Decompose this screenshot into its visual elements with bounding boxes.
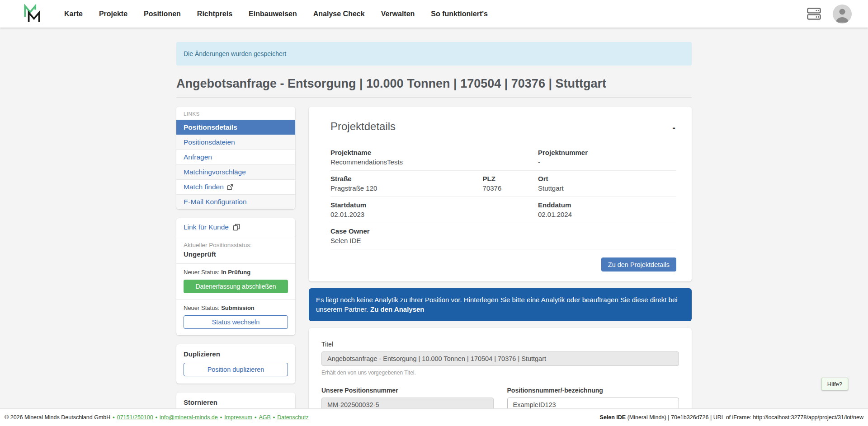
next-status-value: In Prüfung bbox=[221, 269, 250, 276]
sidebar: LINKS Positionsdetails Positionsdateien … bbox=[176, 107, 295, 426]
sidebar-item-email-konfiguration[interactable]: E-Mail Konfiguration bbox=[176, 194, 295, 209]
field-row: ProjektnameRecommendationsTests Projektn… bbox=[330, 145, 676, 171]
next-status-value: Submission bbox=[221, 304, 255, 311]
alert-text: Die Änderungen wurden gespeichert bbox=[184, 50, 286, 57]
field-row: Startdatum02.01.2023 Enddatum02.01.2024 bbox=[330, 197, 676, 223]
sidebar-item-positionsdateien[interactable]: Positionsdateien bbox=[176, 135, 295, 150]
customer-link[interactable]: Link für Kunde bbox=[176, 218, 295, 237]
duplicate-card: Duplizieren Position duplizieren bbox=[176, 344, 295, 384]
duplicate-position-button[interactable]: Position duplizieren bbox=[184, 363, 288, 376]
title-input bbox=[321, 351, 679, 366]
next-status-line: Neuer Status: Submission bbox=[176, 300, 295, 311]
app-bar: Karte Projekte Positionen Richtpreis Ein… bbox=[0, 0, 868, 28]
top-navigation: Karte Projekte Positionen Richtpreis Ein… bbox=[64, 10, 488, 18]
project-details-title: Projektdetails bbox=[330, 120, 396, 133]
page-title: Angebotsanfrage - Entsorgung | 10.000 To… bbox=[176, 77, 692, 98]
nav-item-so-funktionierts[interactable]: So funktioniert's bbox=[431, 10, 488, 18]
session-info: Selen IDE (Mineral Minds) | 70e1b326d726… bbox=[600, 414, 863, 421]
customer-link-label: Link für Kunde bbox=[184, 223, 229, 231]
footer-link-impressum[interactable]: Impressum bbox=[224, 414, 252, 421]
project-details-card: Projektdetails - ProjektnameRecommendati… bbox=[309, 107, 692, 281]
session-meta: (Mineral Minds) | 70e1b326d726 | URL of … bbox=[626, 414, 863, 421]
nav-item-positionen[interactable]: Positionen bbox=[144, 10, 181, 18]
help-button[interactable]: Hilfe? bbox=[821, 378, 848, 390]
avatar bbox=[833, 5, 852, 23]
footer-link-email[interactable]: info@mineral-minds.de bbox=[160, 414, 218, 421]
field-row: Case OwnerSelen IDE bbox=[330, 223, 676, 249]
session-user: Selen IDE bbox=[600, 414, 626, 421]
nav-item-einbauweisen[interactable]: Einbauweisen bbox=[249, 10, 297, 18]
nav-item-analyse-check[interactable]: Analyse Check bbox=[313, 10, 365, 18]
current-status-value: Ungeprüft bbox=[184, 250, 288, 258]
current-status-block: Aktueller Positionsstatus: Ungeprüft bbox=[176, 237, 295, 264]
next-status-line: Neuer Status: In Prüfung bbox=[176, 264, 295, 276]
links-header: LINKS bbox=[176, 107, 295, 120]
copyright-text: © 2026 Mineral Minds Deutschland GmbH bbox=[5, 414, 110, 421]
external-link-icon bbox=[227, 184, 233, 190]
sidebar-item-match-finden[interactable]: Match finden bbox=[176, 179, 295, 194]
custom-position-number-label: Positionsnummer/-bezeichnung bbox=[507, 387, 679, 394]
server-sessions-button[interactable] bbox=[807, 8, 821, 20]
analytics-banner: Es liegt noch keine Analytik zu Ihrer Po… bbox=[309, 288, 692, 321]
sidebar-item-label: Match finden bbox=[184, 183, 224, 191]
sidebar-item-matchingvorschlaege[interactable]: Matchingvorschläge bbox=[176, 164, 295, 179]
our-position-number-label: Unsere Positionsnummer bbox=[321, 387, 494, 394]
footer: © 2026 Mineral Minds Deutschland GmbH • … bbox=[0, 408, 868, 426]
nav-item-richtpreis[interactable]: Richtpreis bbox=[197, 10, 232, 18]
title-helper-text: Erhält den von uns vorgegebenen Titel. bbox=[321, 370, 679, 376]
analytics-banner-link[interactable]: Zu den Analysen bbox=[370, 305, 424, 313]
main-column: Projektdetails - ProjektnameRecommendati… bbox=[309, 107, 692, 426]
footer-link-phone[interactable]: 07151/250100 bbox=[117, 414, 153, 421]
field-row: StraßePragstraße 120 PLZ70376 OrtStuttga… bbox=[330, 171, 676, 197]
nav-item-karte[interactable]: Karte bbox=[64, 10, 83, 18]
collapse-icon[interactable]: - bbox=[671, 120, 676, 135]
account-menu-button[interactable] bbox=[833, 5, 852, 23]
nav-item-projekte[interactable]: Projekte bbox=[99, 10, 127, 18]
mineral-minds-logo-icon bbox=[23, 4, 43, 24]
save-success-alert: Die Änderungen wurden gespeichert bbox=[176, 42, 692, 66]
duplicate-title: Duplizieren bbox=[184, 350, 288, 358]
copy-icon bbox=[233, 224, 240, 231]
project-details-fields: ProjektnameRecommendationsTests Projektn… bbox=[330, 145, 676, 249]
sidebar-item-anfragen[interactable]: Anfragen bbox=[176, 150, 295, 164]
title-field-label: Titel bbox=[321, 341, 679, 348]
cancel-title: Stornieren bbox=[184, 398, 288, 406]
links-card: LINKS Positionsdetails Positionsdateien … bbox=[176, 107, 295, 209]
brand-logo[interactable] bbox=[23, 4, 43, 24]
go-to-project-details-button[interactable]: Zu den Projektdetails bbox=[601, 257, 676, 272]
footer-link-datenschutz[interactable]: Datenschutz bbox=[277, 414, 308, 421]
page-content: Die Änderungen wurden gespeichert Angebo… bbox=[0, 28, 868, 426]
sidebar-item-positionsdetails[interactable]: Positionsdetails bbox=[176, 120, 295, 135]
footer-link-agb[interactable]: AGB bbox=[259, 414, 270, 421]
server-icon bbox=[807, 8, 821, 20]
nav-item-verwalten[interactable]: Verwalten bbox=[381, 10, 415, 18]
switch-status-button[interactable]: Status wechseln bbox=[184, 315, 288, 329]
status-card: Link für Kunde Aktueller Positionsstatus… bbox=[176, 218, 295, 335]
current-status-label: Aktueller Positionsstatus: bbox=[184, 242, 288, 248]
user-icon bbox=[833, 5, 852, 23]
complete-data-entry-button[interactable]: Datenerfassung abschließen bbox=[184, 280, 288, 293]
